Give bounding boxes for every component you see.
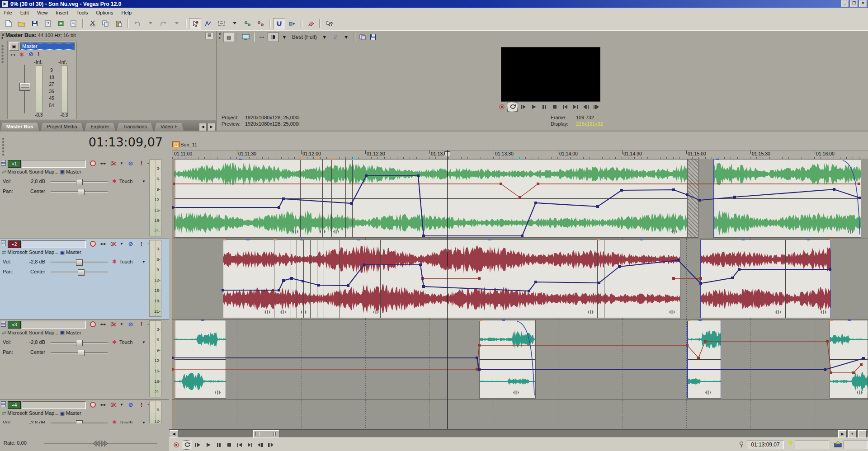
track-name-field[interactable] <box>22 240 86 248</box>
menu-view[interactable]: View <box>33 9 52 17</box>
volume-slider[interactable] <box>51 340 108 345</box>
track-height-buttons[interactable] <box>1 160 6 167</box>
paste-button[interactable] <box>113 18 125 29</box>
status-timecode[interactable]: 01:13:09,07 <box>747 441 784 449</box>
pan-slider[interactable] <box>51 269 108 275</box>
arm-record-button[interactable] <box>89 240 97 247</box>
event-pan-crop-icon[interactable] <box>373 310 379 314</box>
device-icon[interactable]: ⇄ <box>2 410 6 416</box>
track-fx-drop-button[interactable]: ▼ <box>118 321 126 328</box>
snap-toggle-button[interactable] <box>273 18 285 29</box>
panel-grip[interactable]: ●●●●●● <box>0 44 5 63</box>
envelope-overlay[interactable] <box>172 400 868 429</box>
track-number-badge[interactable]: ◂3 <box>8 321 21 329</box>
scrollbar-thumb[interactable] <box>253 430 279 438</box>
tab-transitions[interactable]: Transitions <box>117 122 153 131</box>
event-pan-crop-icon[interactable] <box>705 390 711 394</box>
external-monitor-icon[interactable] <box>241 33 250 42</box>
track-fx-drop-button[interactable]: ▼ <box>118 401 126 408</box>
play-button[interactable] <box>529 103 538 111</box>
play-button[interactable] <box>203 441 213 449</box>
arm-record-button[interactable] <box>89 160 97 167</box>
track-name-field[interactable] <box>22 321 86 329</box>
event-pan-crop-icon[interactable] <box>513 390 519 394</box>
properties-button[interactable]: ? <box>42 18 54 29</box>
tabs-scroll-right[interactable]: ▶ <box>208 123 215 131</box>
track-fx-button[interactable] <box>109 240 118 247</box>
stop-button[interactable] <box>550 103 559 111</box>
play-from-start-button[interactable] <box>519 103 528 111</box>
record-button[interactable] <box>497 103 506 111</box>
master-name-field[interactable]: Master <box>20 42 75 50</box>
automation-mode-drop-icon[interactable]: ▼ <box>142 260 146 264</box>
group-button[interactable] <box>241 18 254 29</box>
eraser-tool-button[interactable] <box>305 18 317 29</box>
track-height-buttons[interactable] <box>1 321 6 328</box>
track-lane-3[interactable] <box>172 319 868 400</box>
edit-tool-drop-button[interactable] <box>228 18 241 29</box>
envelope-overlay[interactable] <box>172 159 868 239</box>
event-pan-crop-icon[interactable] <box>588 310 594 314</box>
event-pan-crop-icon[interactable] <box>857 390 863 394</box>
track-number-badge[interactable]: ◂2 <box>8 240 21 248</box>
next-frame-button[interactable] <box>266 441 275 449</box>
automation-mode-icon[interactable]: ✱ <box>110 178 118 184</box>
mute-button[interactable]: ⊘ <box>127 240 135 247</box>
bus-assign-button[interactable]: ▣ <box>60 249 64 255</box>
go-to-end-button[interactable] <box>571 103 580 111</box>
tab-project-media[interactable]: Project Media <box>40 122 83 131</box>
tab-explorer[interactable]: Explorer <box>85 122 116 131</box>
envelope-overlay[interactable] <box>172 239 868 319</box>
status-pin-icon[interactable] <box>739 442 744 449</box>
pan-value[interactable]: Center <box>24 188 45 194</box>
pan-value[interactable]: Center <box>24 269 45 274</box>
track-header-2[interactable]: ◂2▼⊘!-Inf.⇄ Microsoft Sound Map... ▣ Mas… <box>0 239 169 319</box>
pan-slider[interactable] <box>51 189 108 194</box>
whats-this-help-button[interactable]: ? <box>323 18 335 29</box>
play-from-start-button[interactable] <box>193 441 203 449</box>
go-to-start-button[interactable] <box>235 441 244 449</box>
video-output-fx-icon[interactable]: ⊶ <box>257 33 267 42</box>
track-name-field[interactable] <box>22 401 86 409</box>
panel-pin-icon[interactable]: ◂ <box>1 36 3 40</box>
master-fader-thumb[interactable] <box>19 83 30 91</box>
menu-tools[interactable]: Tools <box>72 9 92 17</box>
event-pan-crop-icon[interactable] <box>669 310 675 314</box>
volume-slider[interactable] <box>51 259 108 265</box>
next-frame-button[interactable] <box>591 103 601 111</box>
device-icon[interactable]: ⇄ <box>2 330 6 335</box>
automation-mode-value[interactable]: Touch <box>119 179 132 184</box>
save-button[interactable] <box>28 18 41 29</box>
tab-video-f[interactable]: Video F <box>154 122 184 131</box>
save-snapshot-icon[interactable] <box>368 33 378 42</box>
automation-mode-icon[interactable]: ✱ <box>110 338 118 345</box>
track-name-field[interactable] <box>22 160 86 168</box>
redo-button[interactable] <box>157 18 170 29</box>
track-automation-button[interactable] <box>99 321 107 328</box>
automation-mode-drop-icon[interactable]: ▼ <box>142 179 146 183</box>
menu-file[interactable]: File <box>0 9 16 17</box>
go-to-start-button[interactable] <box>560 103 570 111</box>
event-pan-crop-icon[interactable] <box>215 390 221 394</box>
marker-tag[interactable]: 11 <box>172 141 180 150</box>
record-button[interactable] <box>171 441 181 449</box>
track-fx-button[interactable] <box>109 321 118 328</box>
track-automation-button[interactable] <box>99 240 107 247</box>
track-lane-4[interactable] <box>172 400 868 429</box>
undo-button[interactable] <box>131 18 143 29</box>
device-icon[interactable]: ⇄ <box>2 169 6 174</box>
automation-mode-icon[interactable]: ✱ <box>110 258 118 265</box>
volume-value[interactable]: -2,8 dB <box>24 179 45 184</box>
track-fx-drop-button[interactable]: ▼ <box>118 240 126 247</box>
pan-value[interactable]: Center <box>24 349 45 355</box>
event-pan-crop-icon[interactable] <box>333 229 339 233</box>
split-screen-drop-icon[interactable]: ▼ <box>279 33 289 42</box>
loop-playback-button[interactable] <box>182 440 192 450</box>
event-pan-crop-icon[interactable] <box>775 310 781 314</box>
previous-frame-button[interactable] <box>581 103 590 111</box>
bus-assign-button[interactable]: ▣ <box>60 330 64 335</box>
undo-drop-button[interactable] <box>144 18 156 29</box>
redo-drop-button[interactable] <box>170 18 183 29</box>
close-button[interactable]: ✕ <box>859 0 867 7</box>
preview-quality-label[interactable]: Best (Full) <box>290 33 319 42</box>
